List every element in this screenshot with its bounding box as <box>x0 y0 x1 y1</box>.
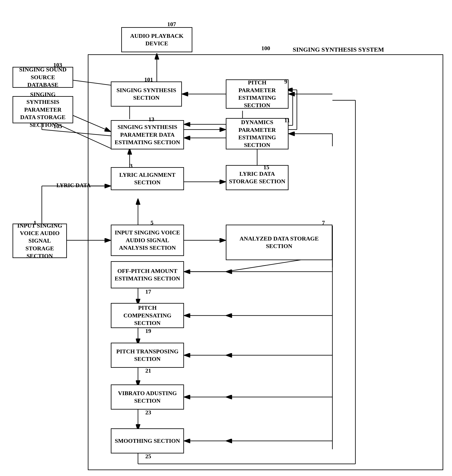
singing-synthesis-param-est-box: SINGING SYNTHESIS PARAMETER DATA ESTIMAT… <box>111 120 184 150</box>
dynamics-parameter-box: DYNAMICS PARAMETER ESTIMATING SECTION <box>226 118 288 150</box>
audio-playback-box: AUDIO PLAYBACK DEVICE <box>121 27 192 52</box>
label-100: 100 <box>261 45 270 52</box>
svg-line-50 <box>67 113 111 132</box>
label-15: 15 <box>263 164 269 171</box>
label-13: 13 <box>148 116 154 123</box>
label-103: 103 <box>53 62 62 68</box>
svg-line-52 <box>42 130 111 136</box>
label-3: 3 <box>130 163 133 169</box>
label-19: 19 <box>145 328 151 334</box>
diagram: AUDIO PLAYBACK DEVICE 107 SINGING SYNTHE… <box>0 0 452 476</box>
lyric-data-storage-box: LYRIC DATA STORAGE SECTION <box>226 165 288 190</box>
off-pitch-box: OFF-PITCH AMOUNT ESTIMATING SECTION <box>111 261 184 288</box>
input-singing-voice-storage-box: INPUT SINGING VOICE AUDIO SIGNAL STORAGE… <box>13 224 67 258</box>
label-107: 107 <box>167 21 176 28</box>
singing-synthesis-box: SINGING SYNTHESIS SECTION <box>111 81 182 107</box>
label-11: 11 <box>284 117 290 124</box>
label-7: 7 <box>322 219 325 226</box>
lyric-data-label: LYRIC DATA <box>56 182 91 189</box>
label-9: 9 <box>284 78 287 85</box>
lyric-alignment-box: LYRIC ALIGNMENT SECTION <box>111 167 184 190</box>
analyzed-data-storage-box: ANALYZED DATA STORAGE SECTION <box>226 225 332 260</box>
vibrato-adjusting-box: VIBRATO ADUSTING SECTION <box>111 385 184 410</box>
system-name-label: SINGING SYNTHESIS SYSTEM <box>293 46 384 53</box>
label-105: 105 <box>53 123 62 130</box>
label-17: 17 <box>145 288 151 295</box>
singing-sound-source-box: SINGING SOUND SOURCE DATABASE <box>13 67 73 88</box>
label-23: 23 <box>145 409 151 416</box>
label-21: 21 <box>145 367 151 374</box>
label-25: 25 <box>145 453 151 460</box>
label-101: 101 <box>144 76 153 83</box>
label-5: 5 <box>151 219 153 226</box>
input-singing-voice-analysis-box: INPUT SINGING VOICE AUDIO SIGNAL ANALYSI… <box>111 225 184 256</box>
pitch-transposing-box: PITCH TRANSPOSING SECTION <box>111 343 184 368</box>
smoothing-box: SMOOTHING SECTION <box>111 428 184 453</box>
singing-synthesis-param-storage-box: SINGING SYNTHESIS PARAMETER DATA STORAGE… <box>13 96 73 123</box>
pitch-parameter-box: PITCH PARAMETER ESTIMATING SECTION <box>226 79 288 109</box>
pitch-compensating-box: PITCH COMPENSATING SECTION <box>111 303 184 328</box>
label-1: 1 <box>33 219 36 226</box>
